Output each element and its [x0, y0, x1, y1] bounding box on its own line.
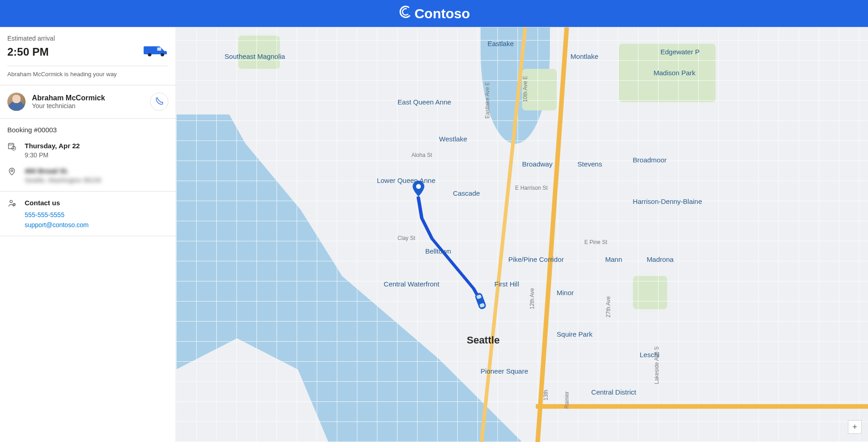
map-neighborhood-label: Belltown: [425, 247, 451, 255]
location-pin-icon: [7, 167, 17, 184]
svg-rect-5: [9, 143, 14, 149]
booking-section: Booking #00003 Thursday, Apr 22 9:30 PM …: [0, 119, 176, 192]
contact-row: Contact us 555-555-5555 support@contoso.…: [7, 199, 168, 229]
map-street-label: E Harrison St: [515, 185, 548, 191]
map-neighborhood-label: Broadway: [522, 160, 553, 168]
svg-point-8: [10, 200, 12, 203]
svg-point-2: [148, 53, 151, 56]
address-body: 400 Broad St. Seattle, Washington 98109: [25, 167, 168, 184]
map-panel[interactable]: Seattle Southeast MagnoliaEastlakeMontla…: [176, 27, 868, 442]
svg-point-0: [398, 4, 413, 20]
map-neighborhood-label: Southeast Magnolia: [225, 52, 285, 60]
main-layout: Estimated arrival 2:50 PM Abraham McCorm…: [0, 27, 868, 442]
map-neighborhood-label: Pioneer Square: [481, 367, 528, 375]
booking-schedule-row: Thursday, Apr 22 9:30 PM: [7, 142, 168, 159]
address-line1: 400 Broad St.: [25, 167, 168, 175]
map-street-label: 10th Ave E: [522, 76, 528, 102]
brand-name: Contoso: [414, 6, 470, 21]
map-street-label: 27th Ave: [605, 296, 612, 318]
contact-phone-link[interactable]: 555-555-5555: [25, 211, 168, 218]
brand-logo-mark: [398, 4, 413, 23]
highway-90: [536, 404, 868, 409]
brand-logo: Contoso: [398, 4, 470, 23]
arrival-section: Estimated arrival 2:50 PM Abraham McCorm…: [0, 27, 176, 85]
eta-time: 2:50 PM: [7, 46, 49, 58]
map-neighborhood-label: Madrona: [647, 255, 674, 263]
contact-email-link[interactable]: support@contoso.com: [25, 221, 168, 229]
technician-row: Abraham McCormick Your technician: [7, 93, 168, 111]
svg-point-3: [161, 53, 164, 56]
map-neighborhood-label: First Hill: [494, 280, 519, 288]
technician-info: Abraham McCormick Your technician: [32, 94, 144, 109]
map-street-label: Clay St: [397, 235, 415, 241]
booking-date: Thursday, Apr 22: [25, 142, 168, 150]
map-neighborhood-label: Central District: [591, 388, 636, 396]
map-neighborhood-label: Central Waterfront: [384, 280, 439, 288]
map-street-label: Rainier: [564, 391, 570, 409]
person-support-icon: [7, 199, 17, 229]
map-neighborhood-label: Squire Park: [557, 330, 592, 338]
map-neighborhood-label: Westlake: [439, 135, 467, 143]
map-neighborhood-label: Harrison-Denny-Blaine: [633, 198, 702, 205]
svg-rect-4: [157, 47, 162, 51]
map-street-label: E Pine St: [584, 239, 607, 245]
map-street-label: 13th: [543, 390, 549, 400]
arrival-status: Abraham McCormick is heading your way: [7, 71, 168, 78]
map-neighborhood-label: Pike/Pine Corridor: [508, 255, 564, 263]
app-header: Contoso: [0, 0, 868, 27]
map-street-label: Aloha St: [411, 152, 432, 158]
map-city-label: Seattle: [467, 334, 500, 346]
van-icon: [143, 44, 168, 60]
details-sidebar: Estimated arrival 2:50 PM Abraham McCorm…: [0, 27, 176, 442]
map-neighborhood-label: Minor: [557, 289, 574, 296]
svg-point-1: [401, 7, 410, 16]
contact-section: Contact us 555-555-5555 support@contoso.…: [0, 192, 176, 236]
contact-body: Contact us 555-555-5555 support@contoso.…: [25, 199, 168, 229]
technician-name: Abraham McCormick: [32, 94, 144, 102]
map-neighborhood-label: East Queen Anne: [397, 98, 451, 106]
map-neighborhood-label: Edgewater P: [660, 48, 700, 56]
eta-row: 2:50 PM: [7, 44, 168, 66]
eta-label: Estimated arrival: [7, 35, 168, 42]
map-street-label: Lakeside Ave S: [654, 346, 660, 384]
map-neighborhood-label: Mann: [605, 255, 622, 263]
address-line2: Seattle, Washington 98109: [25, 177, 168, 184]
contact-title: Contact us: [25, 199, 168, 207]
schedule-body: Thursday, Apr 22 9:30 PM: [25, 142, 168, 159]
map-neighborhood-label: Broadmoor: [633, 156, 667, 164]
map-neighborhood-label: Lower Queen Anne: [377, 177, 435, 184]
map-neighborhood-label: Cascade: [453, 189, 480, 197]
map-neighborhood-label: Montlake: [570, 52, 598, 60]
map-street-label: Eastlake Ave E: [484, 82, 491, 119]
zoom-in-button[interactable]: +: [848, 420, 862, 434]
technician-role: Your technician: [32, 102, 144, 109]
svg-point-10: [416, 184, 421, 189]
calendar-clock-icon: [7, 142, 17, 159]
phone-icon: [155, 97, 164, 107]
technician-avatar: [7, 93, 26, 111]
technician-section: Abraham McCormick Your technician: [0, 85, 176, 119]
booking-address-row: 400 Broad St. Seattle, Washington 98109: [7, 167, 168, 184]
booking-number: Booking #00003: [7, 126, 168, 134]
booking-time: 9:30 PM: [25, 151, 168, 159]
map-neighborhood-label: Eastlake: [487, 40, 514, 47]
map-neighborhood-label: Madison Park: [654, 69, 695, 77]
call-button[interactable]: [150, 93, 168, 111]
svg-point-7: [11, 170, 13, 172]
map-canvas: Seattle Southeast MagnoliaEastlakeMontla…: [176, 27, 868, 442]
map-neighborhood-label: Stevens: [577, 160, 602, 168]
map-street-label: 12th Ave: [529, 288, 535, 310]
